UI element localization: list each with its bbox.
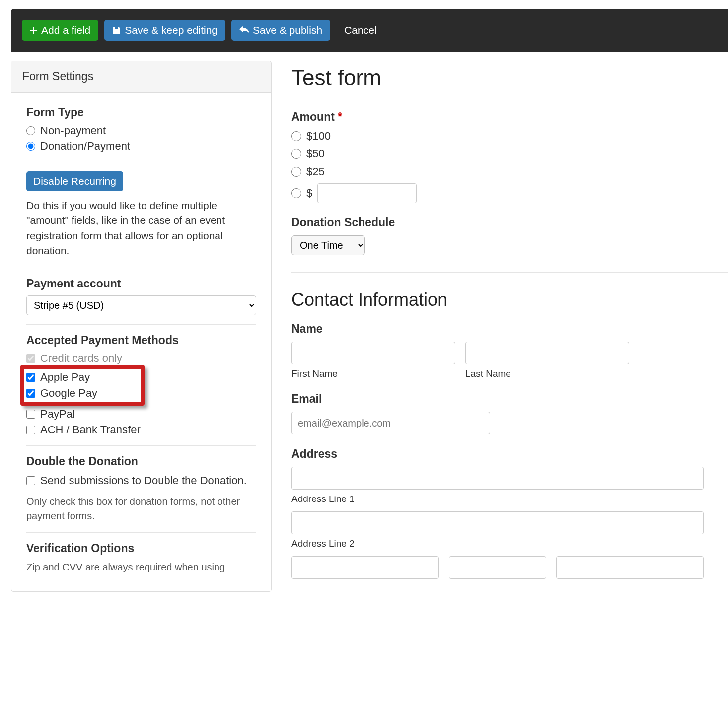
name-label: Name [291,322,728,336]
save-publish-button[interactable]: Save & publish [231,20,330,41]
method-apple-pay-text: Apple Pay [40,371,90,384]
amount-100-radio[interactable] [291,131,301,141]
payment-account-label: Payment account [26,277,256,290]
divider [26,268,256,268]
plus-icon [30,26,38,34]
divider [26,324,256,325]
schedule-label: Donation Schedule [291,216,728,229]
double-donation-label: Double the Donation [26,455,256,468]
add-field-label: Add a field [41,24,90,36]
verification-help: Zip and CVV are always required when usi… [26,560,256,574]
method-google-pay-text: Google Pay [40,387,97,400]
method-credit-cards-text: Credit cards only [40,352,122,365]
address-zip-input[interactable] [556,556,704,579]
method-ach-text: ACH / Bank Transfer [40,424,141,436]
method-apple-pay-checkbox[interactable] [26,373,35,382]
divider [26,162,256,162]
amount-50-radio[interactable] [291,149,301,159]
method-google-pay[interactable]: Google Pay [26,387,137,400]
method-ach-checkbox[interactable] [26,426,35,434]
save-keep-button[interactable]: Save & keep editing [104,20,225,41]
form-type-nonpayment-radio[interactable] [26,126,35,135]
verification-label: Verification Options [26,542,256,555]
amount-25-radio[interactable] [291,167,301,177]
cancel-button[interactable]: Cancel [336,20,384,41]
cancel-label: Cancel [344,24,376,36]
address-field: Address Address Line 1 Address Line 2 [291,447,728,579]
save-icon [112,26,121,35]
amount-option-25[interactable]: $25 [291,165,728,178]
reply-icon [239,26,249,35]
amount-100-text: $100 [306,130,331,142]
amount-50-text: $50 [306,147,325,160]
sidebar-body: Form Type Non-payment Donation/Payment D… [11,93,271,587]
form-type-donation-text: Donation/Payment [40,140,130,153]
form-type-nonpayment-text: Non-payment [40,124,106,137]
method-paypal[interactable]: PayPal [26,408,256,421]
amount-custom-radio[interactable] [291,188,301,198]
double-donation-checkbox[interactable] [26,476,35,485]
amount-25-text: $25 [306,165,325,178]
amount-field: Amount* $100 $50 $25 $ [291,110,728,203]
add-field-button[interactable]: Add a field [22,20,98,41]
address-line2-sublabel: Address Line 2 [291,538,728,549]
schedule-field: Donation Schedule One Time [291,216,728,255]
address-line2-input[interactable] [291,511,704,534]
amount-label: Amount* [291,110,728,124]
method-ach[interactable]: ACH / Bank Transfer [26,424,256,436]
address-line1-sublabel: Address Line 1 [291,494,728,504]
email-label: Email [291,392,728,406]
first-name-sublabel: First Name [291,368,455,379]
form-type-donation-radio[interactable] [26,142,35,151]
contact-heading: Contact Information [291,289,728,310]
method-credit-cards-checkbox[interactable] [26,354,35,363]
double-donation-help: Only check this box for donation forms, … [26,495,256,523]
method-paypal-checkbox[interactable] [26,410,35,419]
divider [26,445,256,446]
address-city-input[interactable] [291,556,439,579]
method-paypal-text: PayPal [40,408,75,421]
highlight-annotation: Apple Pay Google Pay [20,365,145,406]
address-state-input[interactable] [449,556,546,579]
save-publish-label: Save & publish [253,24,322,36]
method-google-pay-checkbox[interactable] [26,389,35,398]
double-donation-text: Send submissions to Double the Donation. [40,473,247,489]
amount-custom-prefix: $ [306,187,312,200]
email-field: Email [291,392,728,434]
amount-option-custom[interactable]: $ [291,183,728,203]
editor-toolbar: Add a field Save & keep editing Save & p… [11,9,728,52]
disable-recurring-label: Disable Recurring [33,175,116,187]
name-field: Name First Name Last Name [291,322,728,379]
schedule-select[interactable]: One Time [291,235,365,255]
divider [291,272,728,273]
form-type-nonpayment[interactable]: Non-payment [26,124,256,137]
first-name-input[interactable] [291,342,455,364]
divider [26,532,256,533]
last-name-input[interactable] [465,342,629,364]
accepted-methods-label: Accepted Payment Methods [26,334,256,347]
amount-custom-input[interactable] [317,183,417,203]
address-label: Address [291,447,728,461]
address-line1-input[interactable] [291,467,704,490]
editor-layout: Form Settings Form Type Non-payment Dona… [11,61,728,592]
save-keep-label: Save & keep editing [125,24,218,36]
method-apple-pay[interactable]: Apple Pay [26,371,137,384]
disable-recurring-help: Do this if you would like to define mult… [26,198,256,259]
last-name-sublabel: Last Name [465,368,629,379]
payment-account-select[interactable]: Stripe #5 (USD) [26,295,256,315]
sidebar-header: Form Settings [11,61,271,93]
settings-sidebar: Form Settings Form Type Non-payment Dona… [11,61,272,592]
form-title: Test form [291,66,728,90]
email-input[interactable] [291,412,490,434]
method-credit-cards[interactable]: Credit cards only [26,352,256,365]
disable-recurring-button[interactable]: Disable Recurring [26,171,123,191]
form-preview: Test form Amount* $100 $50 $25 $ [291,61,728,592]
amount-option-50[interactable]: $50 [291,147,728,160]
double-donation-checkbox-row[interactable]: Send submissions to Double the Donation. [26,473,256,489]
required-asterisk: * [338,110,342,123]
amount-option-100[interactable]: $100 [291,130,728,142]
form-type-label: Form Type [26,106,256,119]
form-type-donation[interactable]: Donation/Payment [26,140,256,153]
